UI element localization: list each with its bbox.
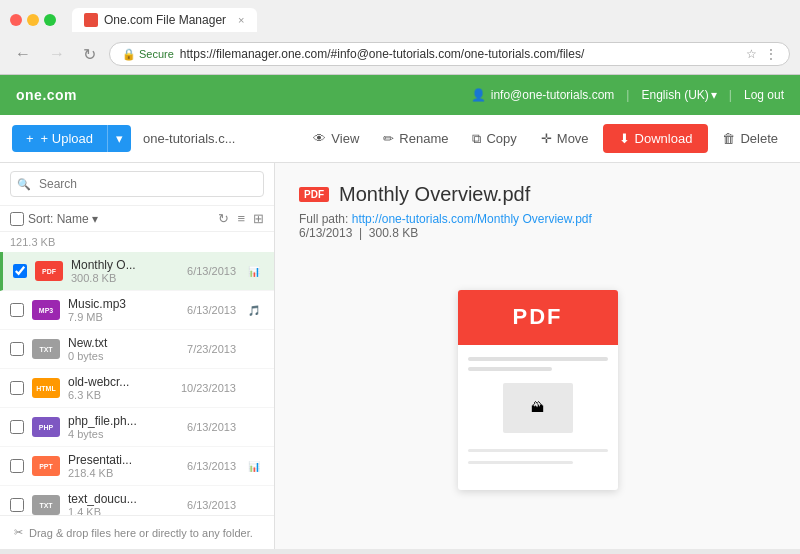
delete-label: Delete — [740, 131, 778, 146]
file-list-header: Sort: Name ▾ ↻ ≡ ⊞ — [0, 206, 274, 232]
file-info: text_doucu... 1.4 KB — [68, 492, 179, 515]
refresh-button[interactable]: ↻ — [218, 211, 229, 226]
preview-path-link[interactable]: http://one-tutorials.com/Monthly Overvie… — [352, 212, 592, 226]
sort-button[interactable]: Sort: Name ▾ — [28, 212, 98, 226]
upload-button[interactable]: + + Upload — [12, 125, 107, 152]
forward-button[interactable]: → — [44, 43, 70, 65]
file-info: Music.mp3 7.9 MB — [68, 297, 179, 323]
sort-chevron-icon: ▾ — [92, 212, 98, 226]
file-checkbox[interactable] — [10, 498, 24, 512]
tab-close-button[interactable]: × — [238, 14, 244, 26]
file-size: 0 bytes — [68, 350, 179, 362]
app: one.com 👤 info@one-tutorials.com | Engli… — [0, 75, 800, 549]
browser-tab[interactable]: One.com File Manager × — [72, 8, 257, 32]
list-view-button[interactable]: ≡ — [237, 211, 245, 226]
image-placeholder-icon: 🏔 — [531, 400, 544, 415]
file-item[interactable]: PPT Presentati... 218.4 KB 6/13/2013 📊 — [0, 447, 274, 486]
file-item[interactable]: TXT text_doucu... 1.4 KB 6/13/2013 — [0, 486, 274, 515]
file-item[interactable]: HTML old-webcr... 6.3 KB 10/23/2013 — [0, 369, 274, 408]
pdf-line-4 — [468, 461, 573, 464]
language-label: English (UK) — [641, 88, 708, 102]
pencil-icon: ✏ — [383, 131, 394, 146]
preview-pane: PDF Monthly Overview.pdf Full path: http… — [275, 163, 800, 549]
file-name: New.txt — [68, 336, 179, 350]
file-thumb — [244, 417, 264, 437]
copy-icon: ⧉ — [472, 131, 481, 147]
user-email: info@one-tutorials.com — [491, 88, 615, 102]
file-info: Presentati... 218.4 KB — [68, 453, 179, 479]
file-date: 6/13/2013 — [187, 421, 236, 433]
secure-badge: 🔒 Secure — [122, 48, 174, 61]
copy-label: Copy — [486, 131, 516, 146]
file-checkbox[interactable] — [10, 420, 24, 434]
secure-label: Secure — [139, 48, 174, 60]
file-badge: PDF — [35, 261, 63, 281]
refresh-button[interactable]: ↻ — [78, 43, 101, 66]
file-checkbox[interactable] — [10, 342, 24, 356]
user-info: 👤 info@one-tutorials.com — [471, 88, 615, 102]
file-date: 6/13/2013 — [187, 499, 236, 511]
file-checkbox[interactable] — [10, 303, 24, 317]
move-label: Move — [557, 131, 589, 146]
close-window-button[interactable] — [10, 14, 22, 26]
file-item[interactable]: PHP php_file.ph... 4 bytes 6/13/2013 — [0, 408, 274, 447]
select-all-checkbox[interactable] — [10, 212, 24, 226]
minimize-window-button[interactable] — [27, 14, 39, 26]
pdf-line-3 — [468, 449, 608, 452]
toolbar: + + Upload ▾ one-tutorials.c... 👁 View ✏… — [0, 115, 800, 163]
file-item[interactable]: TXT New.txt 0 bytes 7/23/2013 — [0, 330, 274, 369]
file-badge: PHP — [32, 417, 60, 437]
file-badge: TXT — [32, 495, 60, 515]
logout-button[interactable]: Log out — [744, 88, 784, 102]
back-button[interactable]: ← — [10, 43, 36, 65]
pdf-text: PDF — [513, 304, 563, 330]
rename-button[interactable]: ✏ Rename — [373, 126, 458, 151]
drag-drop-text: Drag & drop files here or directly to an… — [29, 527, 253, 539]
file-thumb — [244, 339, 264, 359]
address-bar[interactable]: 🔒 Secure https://filemanager.one.com/#in… — [109, 42, 790, 66]
address-bar-actions: ☆ ⋮ — [746, 47, 777, 61]
file-date: 6/13/2013 — [187, 304, 236, 316]
preview-pdf-badge: PDF — [299, 187, 329, 202]
menu-icon[interactable]: ⋮ — [765, 47, 777, 61]
pdf-preview-thumbnail: PDF 🏔 — [458, 290, 618, 490]
upload-dropdown-button[interactable]: ▾ — [107, 125, 131, 152]
language-button[interactable]: English (UK) ▾ — [641, 88, 716, 102]
file-name: Monthly O... — [71, 258, 179, 272]
star-icon[interactable]: ☆ — [746, 47, 757, 61]
pdf-image-placeholder: 🏔 — [503, 383, 573, 433]
file-name: old-webcr... — [68, 375, 173, 389]
window-controls — [10, 14, 56, 26]
file-checkbox[interactable] — [10, 459, 24, 473]
pdf-preview-top: PDF — [458, 290, 618, 345]
download-label: Download — [635, 131, 693, 146]
breadcrumb: one-tutorials.c... — [143, 131, 236, 146]
delete-button[interactable]: 🗑 Delete — [712, 126, 788, 151]
search-bar — [0, 163, 274, 206]
move-button[interactable]: ✛ Move — [531, 126, 599, 151]
file-date: 10/23/2013 — [181, 382, 236, 394]
file-checkbox[interactable] — [10, 381, 24, 395]
file-thumb: 🎵 — [244, 300, 264, 320]
pdf-preview-content: 🏔 — [458, 345, 618, 490]
user-avatar-icon: 👤 — [471, 88, 486, 102]
copy-button[interactable]: ⧉ Copy — [462, 126, 526, 152]
search-input[interactable] — [10, 171, 264, 197]
divider: | — [626, 88, 629, 102]
grid-view-button[interactable]: ⊞ — [253, 211, 264, 226]
file-size: 4 bytes — [68, 428, 179, 440]
file-date: 6/13/2013 — [187, 265, 236, 277]
file-size: 6.3 KB — [68, 389, 173, 401]
drag-drop-hint: ✂ Drag & drop files here or directly to … — [0, 515, 274, 549]
plus-icon: + — [26, 131, 34, 146]
file-item[interactable]: PDF Monthly O... 300.8 KB 6/13/2013 📊 — [0, 252, 274, 291]
download-button[interactable]: ⬇ Download — [603, 124, 709, 153]
chevron-down-icon: ▾ — [711, 88, 717, 102]
file-checkbox[interactable] — [13, 264, 27, 278]
tab-favicon — [84, 13, 98, 27]
file-item[interactable]: MP3 Music.mp3 7.9 MB 6/13/2013 🎵 — [0, 291, 274, 330]
main-content: Sort: Name ▾ ↻ ≡ ⊞ 121.3 KB PDF Monthly … — [0, 163, 800, 549]
maximize-window-button[interactable] — [44, 14, 56, 26]
view-button[interactable]: 👁 View — [303, 126, 369, 151]
browser-chrome: One.com File Manager × ← → ↻ 🔒 Secure ht… — [0, 0, 800, 75]
